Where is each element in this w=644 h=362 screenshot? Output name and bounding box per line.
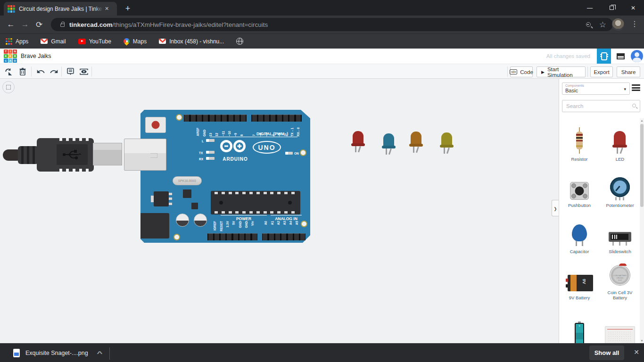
- circuits-view-button[interactable]: [597, 49, 611, 64]
- usb-strain-relief: [18, 146, 39, 164]
- bookmark-label: Inbox (458) - vishnu...: [169, 38, 224, 45]
- mounting-hole: [176, 114, 182, 121]
- share-button[interactable]: Share: [617, 66, 640, 77]
- coin-cell-icon: COIN BATTERYCR20323.0V: [609, 263, 631, 287]
- browser-tab[interactable]: Circuit design Brave Jaiks | Tinker ✕: [4, 2, 117, 16]
- panel-collapse-handle[interactable]: ›: [552, 200, 559, 216]
- scroll-up-icon[interactable]: ▲: [640, 118, 644, 123]
- component-item-capacitor[interactable]: Capacitor: [559, 211, 600, 257]
- restore-icon: [610, 6, 614, 10]
- new-tab-button[interactable]: +: [122, 2, 134, 15]
- download-bar-close-icon[interactable]: ✕: [634, 348, 639, 356]
- mounting-hole: [173, 234, 180, 240]
- power-pin-labels: IOREF RESET 3.3V 5V GND GND Vin: [212, 221, 256, 233]
- bookmark-inbox[interactable]: Inbox (458) - vishnu...: [159, 38, 224, 45]
- bookmark-label: Maps: [133, 38, 147, 45]
- bookmark-label: Apps: [16, 38, 28, 45]
- redo-icon[interactable]: [48, 66, 59, 77]
- search-box: [562, 100, 640, 112]
- bookmark-star-icon[interactable]: ☆: [599, 20, 606, 30]
- component-item-9v-battery[interactable]: 9V 9V Battery: [559, 257, 600, 304]
- secure-lock-icon: [60, 24, 65, 27]
- file-options-chevron-icon[interactable]: ^: [97, 349, 102, 356]
- download-bar: Exquisite Snaget-....png ^ Show all ✕: [0, 343, 644, 362]
- export-button[interactable]: Export: [590, 66, 613, 77]
- show-all-button[interactable]: Show all: [589, 346, 624, 360]
- back-icon[interactable]: ←: [4, 20, 18, 29]
- downloaded-file-chip[interactable]: Exquisite Snaget-....png ^: [13, 346, 102, 360]
- panel-scrollbar[interactable]: ▲ ▼: [640, 118, 644, 343]
- bookmark-site[interactable]: [236, 38, 243, 45]
- code-button[interactable]: </> Code: [510, 66, 533, 77]
- aa-battery-icon: +: [574, 321, 585, 343]
- component-item-coin-cell[interactable]: COIN BATTERYCR20323.0V Coin Cell 3V Batt…: [600, 257, 640, 304]
- circuit-canvas[interactable]: AREF GND 13 12 ~11 ~10 ~9 8 7 ~6 ~5 4 ~3…: [0, 79, 559, 343]
- zoom-icon[interactable]: [586, 22, 591, 27]
- components-dropdown[interactable]: Components Basic ▾: [562, 82, 630, 95]
- power-jack: [133, 213, 169, 239]
- delete-icon[interactable]: [17, 66, 28, 77]
- component-item-pushbutton[interactable]: Pushbutton: [559, 165, 600, 211]
- slideswitch-icon: [609, 232, 631, 246]
- bookmark-apps[interactable]: Apps: [6, 38, 28, 45]
- apps-grid-icon: [6, 38, 12, 45]
- search-input[interactable]: [566, 101, 627, 111]
- canvas-led-red[interactable]: [353, 131, 364, 153]
- usb-trident-icon: [62, 149, 83, 160]
- reload-icon[interactable]: ⟳: [32, 20, 46, 30]
- editor-toolbar: </> Code ▶ Start Simulation Export Share: [0, 64, 644, 79]
- gmail-icon: [159, 39, 166, 44]
- zoom-to-fit-button[interactable]: [2, 81, 15, 93]
- component-item-led[interactable]: LED: [600, 119, 640, 165]
- forward-icon[interactable]: →: [18, 20, 32, 29]
- breadboard-icon: [605, 326, 635, 343]
- analog-caption: ANALOG IN: [271, 216, 302, 221]
- smd-chip: [191, 203, 198, 209]
- notes-icon[interactable]: [65, 66, 76, 77]
- led-l-label: L: [202, 140, 204, 143]
- tab-close-icon[interactable]: ✕: [105, 6, 109, 12]
- component-item-slideswitch[interactable]: Slideswitch: [600, 211, 640, 257]
- rotate-icon[interactable]: [3, 66, 14, 77]
- browser-menu-icon[interactable]: ⋮: [631, 19, 638, 28]
- window-restore-button[interactable]: [601, 0, 622, 16]
- scroll-down-icon[interactable]: ▼: [640, 338, 644, 343]
- crystal-oscillator: SPK16.000G: [173, 176, 202, 185]
- component-item-potentiometer[interactable]: Potentiometer: [600, 165, 640, 211]
- window-close-button[interactable]: ✕: [622, 0, 644, 16]
- power-header: [207, 233, 257, 240]
- led-rx: [206, 157, 215, 160]
- power-line: [221, 215, 267, 215]
- mounting-hole: [301, 221, 307, 227]
- atmega-chip: [211, 191, 300, 214]
- tinkercad-logo[interactable]: TIN KER CAD: [4, 49, 17, 63]
- arduino-logo: [220, 140, 232, 152]
- component-item-resistor[interactable]: Resistor: [559, 119, 600, 165]
- canvas-led-orange[interactable]: [411, 132, 422, 153]
- export-label: Export: [594, 69, 609, 75]
- browser-profile-avatar[interactable]: [612, 18, 624, 31]
- component-item-aa-battery[interactable]: +: [559, 304, 600, 343]
- start-simulation-button[interactable]: ▶ Start Simulation: [537, 66, 586, 77]
- scrollbar-thumb[interactable]: [640, 124, 644, 207]
- led-on: [285, 152, 293, 155]
- power-caption: POWER: [221, 216, 267, 221]
- arduino-uno-board[interactable]: AREF GND 13 12 ~11 ~10 ~9 8 7 ~6 ~5 4 ~3…: [140, 110, 310, 243]
- undo-icon[interactable]: [35, 66, 46, 77]
- bookmark-youtube[interactable]: YouTube: [78, 38, 111, 45]
- download-separator: [109, 347, 110, 360]
- url-bar[interactable]: tinkercad.com /things/aTXmHwFirev-brave-…: [51, 18, 613, 31]
- list-view-toggle[interactable]: [632, 84, 640, 91]
- 9v-battery-icon: 9V: [566, 274, 593, 292]
- tinkercad-avatar[interactable]: [631, 50, 643, 62]
- canvas-led-yellow[interactable]: [441, 132, 453, 154]
- list-view-button[interactable]: [613, 49, 628, 64]
- bookmark-gmail[interactable]: Gmail: [41, 38, 66, 45]
- design-title[interactable]: Brave Jaiks: [21, 53, 51, 59]
- canvas-led-blue[interactable]: [383, 133, 395, 155]
- component-item-breadboard[interactable]: [600, 304, 640, 343]
- window-minimize-button[interactable]: —: [579, 0, 601, 16]
- bookmark-maps[interactable]: Maps: [124, 38, 147, 45]
- globe-icon: [236, 38, 243, 45]
- visibility-icon[interactable]: [78, 66, 90, 77]
